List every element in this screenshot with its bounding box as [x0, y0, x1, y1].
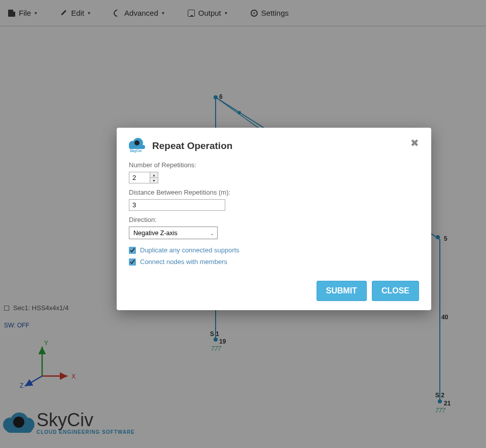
distance-input[interactable] — [129, 199, 225, 211]
close-button[interactable]: CLOSE — [372, 281, 419, 301]
repeat-operation-dialog: SkyCiv Repeat Operation ✖ Number of Repe… — [117, 128, 431, 310]
direction-label: Direction: — [129, 216, 419, 223]
num-repetitions-label: Number of Repetitions: — [129, 161, 419, 169]
submit-button[interactable]: SUBMIT — [317, 281, 367, 301]
dialog-title: Repeat Operation — [152, 140, 232, 152]
duplicate-supports-label: Duplicate any connected supports — [140, 246, 239, 254]
direction-select[interactable] — [129, 227, 218, 239]
skyciv-logo-icon: SkyCiv — [129, 138, 145, 154]
distance-label: Distance Between Repetitions (m): — [129, 189, 419, 196]
stepper-up-icon[interactable]: ▲ — [150, 172, 158, 178]
stepper-down-icon[interactable]: ▼ — [150, 178, 158, 183]
duplicate-supports-checkbox[interactable] — [129, 247, 136, 254]
num-repetitions-stepper[interactable]: ▲ ▼ — [150, 172, 158, 183]
close-icon[interactable]: ✖ — [410, 138, 419, 148]
connect-nodes-label: Connect nodes with members — [140, 258, 227, 266]
connect-nodes-checkbox[interactable] — [129, 258, 136, 266]
